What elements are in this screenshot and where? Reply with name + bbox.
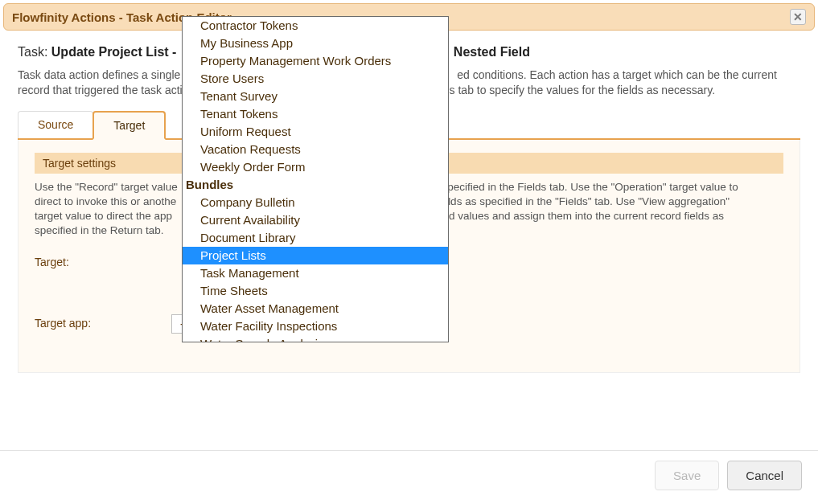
option-current-availability[interactable]: Current Availability: [183, 211, 448, 229]
close-icon[interactable]: ✕: [790, 9, 806, 25]
save-button[interactable]: Save: [655, 461, 719, 490]
desc-l1a: Task data action defines a single: [18, 68, 180, 81]
desc-l2a: record that triggered the task acti: [18, 84, 183, 96]
option-my-business-app[interactable]: My Business App: [183, 35, 448, 52]
option-task-management[interactable]: Task Management: [183, 264, 448, 282]
option-company-bulletin[interactable]: Company Bulletin: [183, 194, 448, 211]
target-label: Target:: [35, 253, 171, 303]
option-tenant-tokens[interactable]: Tenant Tokens: [183, 105, 448, 123]
option-time-sheets[interactable]: Time Sheets: [183, 282, 448, 300]
task-name-left: Update Project List -: [51, 45, 177, 59]
desc-l1b: ed conditions. Each action has a target …: [457, 68, 777, 81]
tab-source[interactable]: Source: [18, 111, 93, 138]
target-app-listbox: Contractor TokensMy Business AppProperty…: [182, 16, 449, 342]
option-contractor-tokens[interactable]: Contractor Tokens: [183, 17, 448, 35]
option-water-sample-analysis[interactable]: Water Sample Analysis: [183, 335, 448, 342]
option-water-facility-inspections[interactable]: Water Facility Inspections: [183, 318, 448, 335]
option-tenant-survey[interactable]: Tenant Survey: [183, 88, 448, 105]
footer: Save Cancel: [0, 450, 818, 500]
option-uniform-request[interactable]: Uniform Request: [183, 123, 448, 141]
option-property-management-work-orders[interactable]: Property Management Work Orders: [183, 52, 448, 70]
option-group-bundles: Bundles: [183, 176, 448, 194]
option-document-library[interactable]: Document Library: [183, 229, 448, 247]
task-name-right: Nested Field: [454, 45, 530, 59]
option-water-asset-management[interactable]: Water Asset Management: [183, 300, 448, 318]
option-store-users[interactable]: Store Users: [183, 70, 448, 88]
option-weekly-order-form[interactable]: Weekly Order Form: [183, 158, 448, 176]
cancel-button[interactable]: Cancel: [727, 461, 802, 490]
listbox-scroll[interactable]: Contractor TokensMy Business AppProperty…: [183, 17, 448, 342]
option-vacation-requests[interactable]: Vacation Requests: [183, 141, 448, 158]
desc-l2b: s tab to specify the values for the fiel…: [450, 84, 715, 96]
target-app-label: Target app:: [35, 314, 171, 334]
tab-target[interactable]: Target: [92, 111, 166, 140]
task-label: Task:: [18, 45, 47, 59]
option-project-lists[interactable]: Project Lists: [183, 247, 448, 264]
